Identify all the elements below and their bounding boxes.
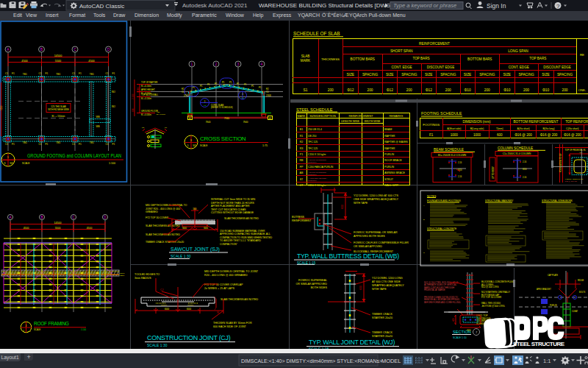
svg-text:Φ16 @ 200: Φ16 @ 200 [540, 133, 558, 137]
svg-text:FP: FP [300, 166, 304, 169]
svg-text:RAFTER: RAFTER [384, 147, 395, 150]
svg-text:2/S03: 2/S03 [266, 94, 271, 97]
svg-text:TOP BARS: TOP BARS [412, 57, 429, 60]
svg-text:EL + 150mm: EL + 150mm [51, 115, 65, 118]
svg-text:F1: F1 [112, 72, 115, 75]
svg-text:MARK: MARK [298, 115, 306, 118]
svg-text:C(//to short): C(//to short) [566, 127, 578, 130]
svg-text:EL +3.100m: EL +3.100m [141, 97, 151, 100]
svg-text:R2: R2 [300, 141, 304, 144]
svg-text:SECTION: SECTION [453, 330, 471, 334]
svg-text:Autodesk AutoCAD 2021: Autodesk AutoCAD 2021 [182, 2, 248, 9]
svg-text:1000: 1000 [473, 133, 481, 137]
svg-text:R3: R3 [300, 147, 304, 150]
svg-text:A(Short side): A(Short side) [447, 127, 461, 130]
svg-text:& EXP: & EXP [120, 272, 125, 274]
svg-text:R20 - 400 LONG @ 400 GREASED: R20 - 400 LONG @ 400 GREASED [204, 274, 248, 277]
svg-text:ST: ST [300, 178, 304, 181]
svg-text:COMPACTION TO RUN MMD WHEN TES: COMPACTION TO RUN MMD WHEN TESTED [220, 236, 273, 239]
svg-text:WIDTH WISE: WIDTH WISE [365, 120, 381, 123]
svg-text:SIZE: SIZE [542, 73, 550, 77]
svg-text:F1: F1 [429, 133, 434, 137]
svg-text:TB1: TB1 [23, 73, 27, 76]
svg-text:600: 600 [132, 108, 135, 112]
svg-text:BOLTS: BOLTS [579, 291, 586, 294]
svg-text:C150 X 16 kg/m: C150 X 16 kg/m [308, 184, 326, 187]
svg-text:C1: C1 [72, 72, 75, 75]
svg-text:DEPTH NOT MORE THAN 24 HOURS: DEPTH NOT MORE THAN 24 HOURS [211, 202, 254, 205]
svg-text:BOTTOM BARS: BOTTOM BARS [351, 57, 375, 61]
svg-text:APEX HEIGHT: APEX HEIGHT [141, 88, 155, 91]
svg-text:500: 500 [193, 208, 196, 210]
svg-text:250 UB 31.4: 250 UB 31.4 [308, 128, 322, 131]
svg-text:600: 600 [182, 227, 187, 230]
svg-text:BEAM: BEAM [384, 128, 392, 131]
svg-text:STEEL SCHEDULE: STEEL SCHEDULE [296, 107, 333, 112]
svg-text:A1: A1 [189, 117, 192, 120]
svg-text:TOP BLOCKWALL: TOP BLOCKWALL [141, 93, 159, 96]
svg-text:CLEAT: CLEAT [572, 310, 578, 313]
svg-text:LONG SPAN: LONG SPAN [508, 49, 528, 53]
svg-text:1: 1 [191, 62, 193, 66]
svg-text:2/S03: 2/S03 [184, 94, 189, 97]
svg-text:4: 4 [261, 62, 263, 66]
svg-text:SLAB: SLAB [301, 54, 310, 58]
svg-text:4500: 4500 [87, 227, 93, 230]
svg-text:SIZE: SIZE [386, 73, 394, 77]
svg-text:DIMENSION (mm): DIMENSION (mm) [462, 120, 490, 124]
svg-text:FOUNDATION AND FOOTINGS: FOUNDATION AND FOOTINGS [427, 199, 461, 202]
svg-text:SPACING: SPACING [440, 73, 456, 77]
svg-text:TB1: TB1 [56, 73, 60, 76]
svg-text:C1: C1 [182, 91, 184, 93]
svg-text:FOUNDATION TO GF: FOUNDATION TO GF [559, 153, 562, 172]
svg-text:turnbuckle: turnbuckle [308, 180, 317, 182]
svg-text:C1: C1 [106, 72, 109, 75]
svg-text:GROUND FLOOR: GROUND FLOOR [141, 110, 158, 113]
svg-text:JOINT R20 - 400 LONG @ 400: JOINT R20 - 400 LONG @ 400 [146, 208, 180, 210]
svg-text:CT: CT [300, 184, 304, 187]
svg-text:TYP. WALL JOINT DETAIL (WJ): TYP. WALL JOINT DETAIL (WJ) [309, 339, 395, 346]
svg-text:200: 200 [484, 88, 490, 92]
svg-text:P1: P1 [200, 85, 203, 88]
svg-text:STEEL STRUCTURE: STEEL STRUCTURE [513, 341, 565, 347]
svg-text:C200 FASCIA PURLIN: C200 FASCIA PURLIN [308, 166, 334, 169]
svg-text:SCALE 1:30: SCALE 1:30 [147, 343, 168, 347]
svg-text:turnbuckle: turnbuckle [308, 174, 317, 176]
svg-text:200: 200 [445, 88, 451, 92]
svg-text:Type a keyword or phrase: Type a keyword or phrase [393, 2, 456, 9]
svg-text:FOOTING SCHEDULE: FOOTING SCHEDULE [421, 111, 462, 116]
svg-text:APPROVED COMPACTED SUBGRADE. A: APPROVED COMPACTED SUBGRADE. ALL [220, 233, 270, 236]
svg-text:BOTH SIDES: BOTH SIDES [311, 286, 328, 289]
svg-text:150 ROAD SUBBASE MATERIAL OVER: 150 ROAD SUBBASE MATERIAL OVER [220, 230, 265, 233]
svg-text:SIZE: SIZE [346, 73, 354, 77]
svg-text:C1: C1 [72, 143, 75, 146]
svg-text:FOOTINGS: FOOTINGS [423, 123, 440, 127]
svg-text:C150 X 16 kg/m: C150 X 16 kg/m [308, 153, 326, 156]
svg-text:P1: P1 [222, 81, 225, 84]
svg-text:REINFORCEMENT: REINFORCEMENT [419, 42, 450, 46]
svg-text:D: D [107, 47, 110, 52]
svg-text:TB1: TB1 [90, 141, 94, 144]
svg-text:SCALE 1:10: SCALE 1:10 [453, 336, 467, 339]
svg-text:SLAB THICKNESS AS NOTED: SLAB THICKNESS AS NOTED [220, 298, 258, 301]
svg-text:turnbuckle: turnbuckle [308, 161, 317, 163]
svg-text:WITH F82 MESH WIRE: WITH F82 MESH WIRE [48, 108, 69, 111]
svg-text:SCALE: SCALE [22, 162, 29, 165]
svg-text:B1= 250UB 31.4 COLUMN: B1= 250UB 31.4 COLUMN [438, 154, 467, 157]
svg-text:THICKNESS: THICKNESS [321, 57, 340, 61]
svg-text:AB: AB [300, 171, 304, 174]
svg-text:200: 200 [562, 88, 567, 92]
svg-text:F1: F1 [79, 72, 82, 75]
svg-text:UB 250: UB 250 [308, 135, 316, 138]
svg-text:NOTES: NOTES [427, 195, 437, 198]
svg-text:MID DEPTH DOWELS CENTRAL TO JO: MID DEPTH DOWELS CENTRAL TO JOINT [204, 270, 259, 273]
svg-text:WJ: WJ [112, 91, 115, 93]
svg-text:BOTTOM BARS: BOTTOM BARS [467, 57, 492, 61]
svg-text:APPROVED BOTH SIDES: APPROVED BOTH SIDES [354, 235, 385, 238]
svg-text:SLAB THICKNESS AS NOTED: SLAB THICKNESS AS NOTED [224, 217, 259, 220]
svg-text:TIMBER CRACK STARTER 20x20: TIMBER CRACK STARTER 20x20 [146, 241, 184, 244]
svg-text:B(Long side): B(Long side) [470, 127, 484, 130]
svg-text:SIZE: SIZE [464, 73, 472, 77]
svg-text:TOP OF RAFTER: TOP OF RAFTER [141, 81, 157, 84]
svg-text:PURLIN: PURLIN [550, 304, 557, 307]
